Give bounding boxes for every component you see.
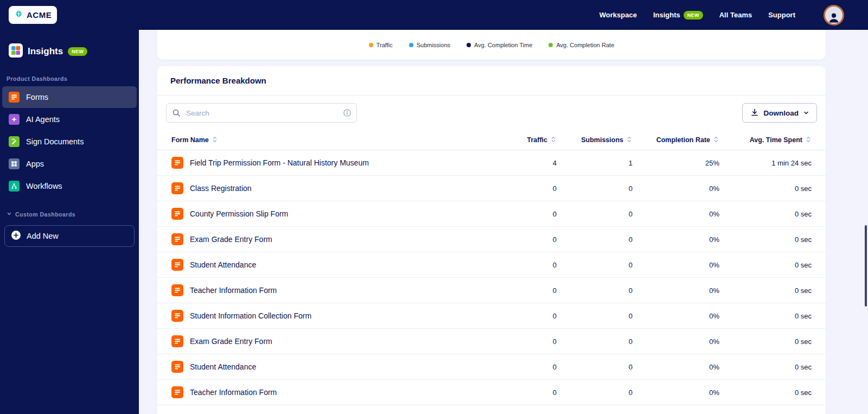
table-row[interactable]: Student Attendance 0 0 0% 0 sec (157, 252, 826, 278)
acme-logo-text: ACME (27, 10, 52, 20)
submissions-value: 0 (557, 261, 633, 269)
add-new-label: Add New (27, 232, 59, 240)
legend-item-traffic[interactable]: Traffic (369, 42, 393, 48)
avg-completion-rate-dot (548, 43, 553, 47)
col-form-name[interactable]: Form Name (171, 136, 497, 144)
submissions-value: 1 (557, 159, 633, 167)
col-completion-rate[interactable]: Completion Rate (633, 136, 719, 144)
form-name-link[interactable]: County Permission Slip Form (190, 209, 288, 218)
submissions-value: 0 (557, 363, 633, 371)
table-row[interactable]: Field Trip Permission Form - Natural His… (157, 150, 826, 176)
form-name-link[interactable]: Teacher Information Form (190, 388, 277, 397)
table-row[interactable]: Teacher Information Form 0 0 0% 0 sec (157, 380, 826, 405)
sidebar-item-label: Apps (26, 160, 44, 168)
form-icon (171, 259, 183, 271)
caret-down-icon (803, 109, 809, 117)
form-icon (171, 284, 183, 296)
table-row[interactable]: County Permission Slip Form 0 0 0% 0 sec (157, 201, 826, 227)
form-name-link[interactable]: Exam Grade Entry Form (190, 235, 272, 244)
traffic-value: 0 (497, 337, 557, 346)
vertical-scrollbar[interactable] (865, 225, 867, 307)
sidebar-item-forms[interactable]: Forms (2, 86, 137, 108)
sort-icon (212, 136, 218, 144)
form-name-cell: Teacher Information Form (171, 284, 497, 296)
completion-rate-value: 25% (633, 159, 719, 167)
form-name-cell: Exam Grade Entry Form (171, 233, 497, 245)
download-button[interactable]: Download (742, 103, 818, 123)
sidebar-item-workflows[interactable]: Workflows (2, 175, 137, 197)
submissions-value: 0 (557, 337, 633, 346)
form-name-cell: Teacher Information Form (171, 386, 497, 398)
table-row[interactable]: Class Registration 0 0 0% 0 sec (157, 176, 826, 201)
submissions-value: 0 (557, 312, 633, 320)
completion-rate-value: 0% (633, 388, 719, 397)
sidebar-item-sign-documents[interactable]: Sign Documents (2, 131, 137, 152)
form-name-cell: County Permission Slip Form (171, 208, 497, 220)
avg-time-value: 0 sec (719, 363, 812, 371)
search-input[interactable] (166, 103, 357, 123)
traffic-value: 0 (497, 312, 557, 320)
form-icon (171, 310, 183, 322)
avg-time-value: 0 sec (719, 388, 812, 397)
add-new-button[interactable]: Add New (4, 225, 135, 247)
traffic-value: 0 (497, 363, 557, 371)
nav-support[interactable]: Support (768, 11, 795, 19)
form-icon (171, 335, 183, 347)
submissions-value: 0 (557, 210, 633, 218)
table-row[interactable]: Student Information Collection Form 0 0 … (157, 303, 826, 329)
completion-rate-value: 0% (633, 312, 719, 320)
table-row[interactable]: Teacher Information Form 0 0 0% 0 sec (157, 278, 826, 303)
custom-dashboards-toggle[interactable]: Custom Dashboards (0, 211, 139, 218)
completion-rate-value: 0% (633, 337, 719, 346)
form-name-link[interactable]: Teacher Information Form (190, 286, 277, 295)
submissions-value: 0 (557, 235, 633, 244)
acme-logo[interactable]: ACME (9, 6, 57, 24)
topbar-nav: Workspace InsightsNEW All Teams Support (599, 5, 844, 26)
sidebar-new-badge: NEW (68, 47, 87, 56)
form-name-link[interactable]: Student Attendance (190, 362, 256, 371)
form-name-link[interactable]: Field Trip Permission Form - Natural His… (190, 158, 369, 167)
table-row[interactable]: Exam Grade Entry Form 0 0 0% 0 sec (157, 227, 826, 252)
table-row[interactable]: Student Attendance 0 0 0% 0 sec (157, 354, 826, 380)
avatar[interactable] (824, 5, 844, 26)
form-name-cell: Student Information Collection Form (171, 310, 497, 322)
completion-rate-value: 0% (633, 235, 719, 244)
sidebar-title: Insights (28, 46, 63, 57)
col-submissions[interactable]: Submissions (557, 136, 633, 144)
sidebar-item-apps[interactable]: Apps (2, 153, 137, 175)
sort-icon (713, 136, 719, 144)
avg-time-value: 0 sec (719, 184, 812, 193)
col-avg-time-spent[interactable]: Avg. Time Spent (719, 136, 812, 144)
col-traffic[interactable]: Traffic (497, 136, 557, 144)
legend-item-avg-completion-time[interactable]: Avg. Completion Time (467, 42, 532, 48)
search-wrap (166, 103, 357, 123)
chevron-down-icon (7, 211, 12, 218)
form-name-link[interactable]: Class Registration (190, 184, 252, 193)
panel-title: Performance Breakdown (170, 76, 813, 85)
submissions-value: 0 (557, 286, 633, 295)
submissions-value: 0 (557, 184, 633, 193)
info-icon[interactable] (343, 109, 352, 119)
form-name-link[interactable]: Student Attendance (190, 260, 256, 269)
forms-icon (9, 92, 20, 103)
traffic-value: 0 (497, 184, 557, 193)
form-icon (171, 361, 183, 373)
nav-all-teams[interactable]: All Teams (719, 11, 752, 19)
sidebar-item-ai-agents[interactable]: AI Agents (2, 109, 137, 130)
avg-time-value: 0 sec (719, 235, 812, 244)
legend-item-avg-completion-rate[interactable]: Avg. Completion Rate (548, 42, 614, 48)
form-name-link[interactable]: Student Information Collection Form (190, 311, 311, 320)
nav-insights[interactable]: InsightsNEW (653, 11, 703, 20)
completion-rate-value: 0% (633, 261, 719, 269)
nav-workspace[interactable]: Workspace (599, 11, 637, 19)
form-icon (171, 233, 183, 245)
traffic-value: 0 (497, 261, 557, 269)
table-row[interactable]: Exam Grade Entry Form 0 0 0% 0 sec (157, 329, 826, 354)
traffic-value: 0 (497, 235, 557, 244)
legend-item-submissions[interactable]: Submissions (409, 42, 450, 48)
form-name-link[interactable]: Exam Grade Entry Form (190, 337, 272, 346)
insights-logo-icon (9, 43, 23, 60)
search-icon (172, 109, 181, 119)
form-icon (171, 182, 183, 194)
table-controls: Download (157, 95, 826, 130)
